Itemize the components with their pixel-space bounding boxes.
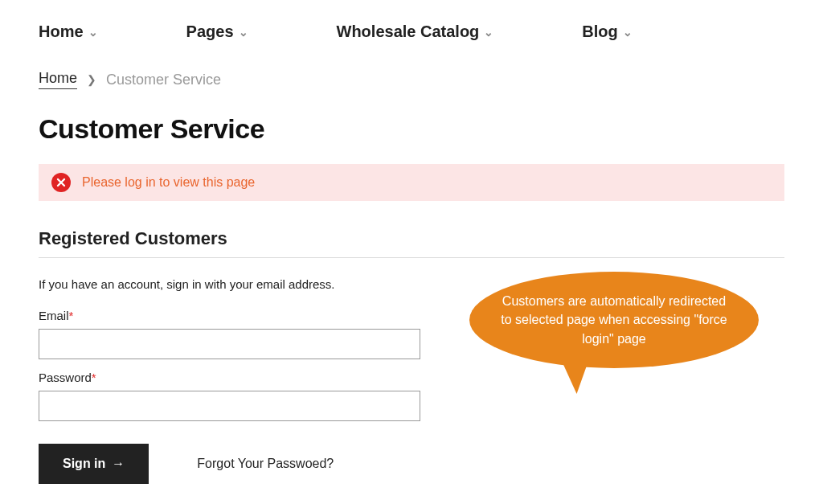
chevron-down-icon: ⌄ (623, 26, 633, 39)
password-row: Password* (39, 371, 784, 421)
password-label: Password* (39, 371, 784, 384)
breadcrumb-home[interactable]: Home (39, 70, 77, 89)
required-mark: * (92, 371, 96, 384)
forgot-password-link[interactable]: Forgot Your Passwoed? (197, 457, 334, 471)
nav-pages[interactable]: Pages ⌄ (186, 23, 248, 41)
breadcrumb: Home ❯ Customer Service (39, 70, 784, 89)
chevron-down-icon: ⌄ (239, 26, 248, 39)
page-title: Customer Service (39, 113, 784, 145)
label-text: Password (39, 371, 92, 384)
chevron-down-icon: ⌄ (484, 26, 493, 39)
button-label: Sign in (63, 457, 105, 471)
signin-button[interactable]: Sign in → (39, 444, 149, 484)
login-alert: Please log in to view this page (39, 164, 784, 201)
required-mark: * (69, 309, 74, 322)
callout-text: Customers are automatically redirected t… (500, 292, 728, 348)
alert-message: Please log in to view this page (82, 175, 255, 190)
form-actions: Sign in → Forgot Your Passwoed? (39, 444, 784, 484)
section-title: Registered Customers (39, 228, 784, 258)
main-nav: Home ⌄ Pages ⌄ Wholesale Catalog ⌄ Blog … (0, 0, 823, 55)
breadcrumb-current: Customer Service (106, 72, 221, 88)
chevron-down-icon: ⌄ (88, 26, 98, 39)
chevron-right-icon: ❯ (87, 73, 96, 86)
nav-blog[interactable]: Blog ⌄ (582, 23, 632, 41)
nav-label: Wholesale Catalog (337, 23, 480, 41)
nav-label: Blog (582, 23, 617, 41)
callout-bubble: Customers are automatically redirected t… (469, 272, 759, 368)
close-icon (51, 173, 71, 192)
nav-home[interactable]: Home ⌄ (39, 23, 98, 41)
arrow-right-icon: → (112, 457, 125, 471)
email-field[interactable] (39, 329, 420, 359)
nav-wholesale-catalog[interactable]: Wholesale Catalog ⌄ (337, 23, 494, 41)
nav-label: Pages (186, 23, 234, 41)
label-text: Email (39, 309, 69, 322)
password-field[interactable] (39, 391, 420, 421)
annotation-callout: Customers are automatically redirected t… (469, 272, 759, 368)
nav-label: Home (39, 23, 84, 41)
